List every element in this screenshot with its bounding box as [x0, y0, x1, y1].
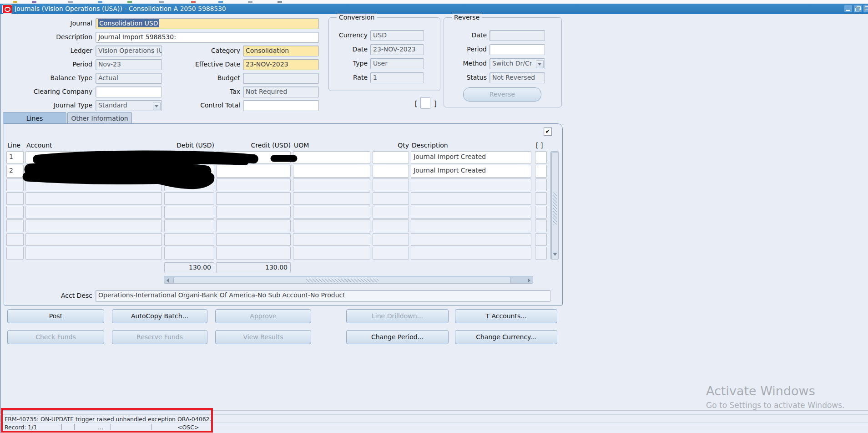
cell-description[interactable]: [411, 178, 531, 191]
journal-type-dropdown[interactable]: Standard: [96, 100, 162, 111]
cell-uom[interactable]: [293, 192, 370, 205]
balance-type-field[interactable]: Actual: [96, 73, 162, 84]
cell-credit[interactable]: [216, 178, 291, 191]
cell-credit[interactable]: [216, 151, 291, 164]
journal-field[interactable]: Consolidation USD: [96, 18, 319, 29]
cell-debit[interactable]: [164, 247, 214, 260]
scroll-left-icon[interactable]: [167, 278, 169, 283]
effective-date-field[interactable]: 23-NOV-2023: [243, 59, 319, 70]
lines-select-checkbox[interactable]: ✔: [544, 127, 552, 136]
scroll-down-icon[interactable]: [553, 253, 557, 256]
cell-flexfield[interactable]: [535, 206, 547, 219]
cell-description[interactable]: Journal Import Created: [411, 165, 531, 178]
clearing-company-field[interactable]: [96, 87, 162, 97]
cell-account[interactable]: [25, 247, 162, 260]
reverse-status-field[interactable]: Not Reversed: [490, 72, 545, 83]
cell-line[interactable]: 2: [6, 165, 24, 178]
cell-description[interactable]: [411, 219, 531, 232]
cell-account[interactable]: [25, 206, 162, 219]
reverse-period-field[interactable]: [490, 44, 545, 55]
cell-flexfield[interactable]: [535, 151, 547, 164]
change-period-button[interactable]: Change Period...: [346, 330, 449, 344]
conversion-type-field[interactable]: User: [370, 58, 424, 69]
period-field[interactable]: Nov-23: [96, 59, 162, 70]
cell-account[interactable]: [25, 151, 162, 164]
minimize-button[interactable]: [844, 5, 852, 12]
cell-qty[interactable]: [373, 151, 409, 164]
cell-flexfield[interactable]: [535, 178, 547, 191]
conversion-date-field[interactable]: 23-NOV-2023: [370, 44, 424, 55]
budget-field[interactable]: [243, 73, 319, 84]
close-button[interactable]: [863, 5, 868, 12]
header-flexfield-box[interactable]: [420, 97, 430, 109]
scrollbar-thumb[interactable]: [173, 277, 511, 284]
cell-debit[interactable]: [164, 192, 214, 205]
cell-line[interactable]: 1: [6, 151, 24, 164]
cell-qty[interactable]: [373, 247, 409, 260]
chevron-down-icon[interactable]: [536, 60, 544, 68]
tax-field[interactable]: Not Required: [243, 87, 319, 97]
cell-uom[interactable]: [293, 247, 370, 260]
cell-credit[interactable]: [216, 247, 291, 260]
cell-debit[interactable]: [164, 165, 214, 178]
cell-qty[interactable]: [373, 233, 409, 246]
cell-uom[interactable]: [293, 219, 370, 232]
table-vertical-scrollbar[interactable]: [550, 151, 559, 260]
cell-account[interactable]: [25, 165, 162, 178]
cell-debit[interactable]: [164, 151, 214, 164]
cell-qty[interactable]: [373, 178, 409, 191]
cell-uom[interactable]: [293, 206, 370, 219]
post-button[interactable]: Post: [7, 309, 104, 323]
reverse-button[interactable]: Reverse: [463, 87, 541, 102]
cell-uom[interactable]: [293, 151, 370, 164]
cell-uom[interactable]: [293, 165, 370, 178]
ledger-field[interactable]: Vision Operations (U: [96, 46, 162, 56]
change-currency-button[interactable]: Change Currency...: [455, 330, 557, 344]
cell-debit[interactable]: [164, 233, 214, 246]
cell-credit[interactable]: [216, 206, 291, 219]
check-funds-button[interactable]: Check Funds: [7, 330, 104, 344]
cell-flexfield[interactable]: [535, 165, 547, 178]
cell-credit[interactable]: [216, 165, 291, 178]
cell-description[interactable]: Journal Import Created: [411, 151, 531, 164]
tab-other-information[interactable]: Other Information: [67, 112, 132, 124]
cell-line[interactable]: [6, 206, 24, 219]
cell-line[interactable]: [6, 192, 24, 205]
cell-line[interactable]: [6, 178, 24, 191]
cell-credit[interactable]: [216, 219, 291, 232]
cell-qty[interactable]: [373, 206, 409, 219]
cell-credit[interactable]: [216, 192, 291, 205]
cell-line[interactable]: [6, 219, 24, 232]
cell-account[interactable]: [25, 178, 162, 191]
rate-field[interactable]: 1: [370, 72, 424, 83]
cell-line[interactable]: [6, 247, 24, 260]
cell-qty[interactable]: [373, 192, 409, 205]
cell-flexfield[interactable]: [535, 233, 547, 246]
approve-button[interactable]: Approve: [215, 309, 311, 323]
cell-account[interactable]: [25, 233, 162, 246]
cell-description[interactable]: [411, 192, 531, 205]
acct-desc-field[interactable]: Operations-International Organi-Bank Of …: [96, 290, 550, 302]
cell-flexfield[interactable]: [535, 192, 547, 205]
cell-line[interactable]: [6, 233, 24, 246]
table-horizontal-scrollbar[interactable]: [164, 276, 533, 284]
chevron-down-icon[interactable]: [153, 102, 161, 110]
reverse-date-field[interactable]: [490, 30, 545, 41]
cell-account[interactable]: [25, 219, 162, 232]
cell-qty[interactable]: [373, 165, 409, 178]
reverse-method-dropdown[interactable]: Switch Dr/Cr: [490, 58, 545, 69]
cell-flexfield[interactable]: [535, 247, 547, 260]
cell-uom[interactable]: [293, 178, 370, 191]
reserve-funds-button[interactable]: Reserve Funds: [112, 330, 207, 344]
control-total-field[interactable]: [243, 100, 319, 111]
cell-description[interactable]: [411, 233, 531, 246]
cell-credit[interactable]: [216, 233, 291, 246]
restore-button[interactable]: [854, 5, 862, 12]
scroll-right-icon[interactable]: [528, 278, 530, 283]
category-field[interactable]: Consolidation: [243, 46, 319, 56]
tab-lines[interactable]: Lines: [3, 112, 66, 124]
cell-qty[interactable]: [373, 219, 409, 232]
view-results-button[interactable]: View Results: [215, 330, 311, 344]
autocopy-batch-button[interactable]: AutoCopy Batch...: [112, 309, 207, 323]
description-field[interactable]: Journal Import 5988530:: [96, 32, 319, 43]
